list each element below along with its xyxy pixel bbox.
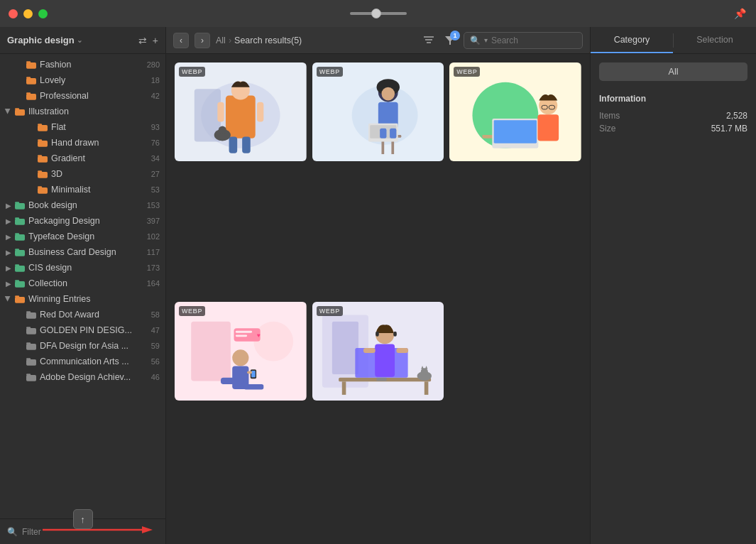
close-button[interactable] [9, 9, 18, 18]
sidebar-item-illustration[interactable]: ▶ Illustration [0, 104, 165, 119]
tab-selection[interactable]: Selection [674, 27, 756, 53]
svg-rect-2 [26, 78, 36, 85]
svg-rect-55 [217, 102, 224, 122]
sidebar-item-dfa-design[interactable]: DFA Design for Asia ... 59 [0, 338, 165, 354]
folder-icon [26, 59, 37, 70]
sort-button[interactable] [421, 33, 437, 48]
svg-point-88 [232, 349, 248, 366]
sidebar-item-3d[interactable]: 3D 27 [0, 166, 165, 182]
sidebar-item-flat[interactable]: Flat 93 [0, 119, 165, 135]
search-dropdown-icon[interactable]: 🔍 [470, 36, 481, 45]
folder-icon [26, 309, 37, 320]
sidebar-item-lovely[interactable]: Lovely 18 [0, 72, 165, 88]
search-input[interactable] [491, 36, 576, 45]
search-area: 🔍 ▾ [464, 32, 583, 49]
forward-button[interactable]: › [195, 33, 210, 48]
svg-rect-18 [15, 203, 25, 210]
sidebar-item-label: 3D [51, 169, 148, 179]
sidebar-item-count: 18 [151, 76, 160, 85]
folder-icon [37, 121, 48, 133]
zoom-slider[interactable] [350, 12, 407, 15]
sidebar-item-business-card-design[interactable]: ▶ Business Card Design 117 [0, 244, 165, 260]
sidebar-item-communication-arts[interactable]: Communication Arts ... 56 [0, 354, 165, 369]
panel-tabs: Category Selection [591, 27, 756, 54]
sidebar-item-book-design[interactable]: ▶ Book design 153 [0, 197, 165, 213]
all-button[interactable]: All [599, 62, 747, 81]
spacer [14, 59, 26, 70]
grid-item-1[interactable]: WEBP [175, 62, 307, 161]
sidebar-item-collection[interactable]: ▶ Collection 164 [0, 276, 165, 291]
sidebar-item-professional[interactable]: Professional 42 [0, 88, 165, 104]
sidebar-header: Graphic design ⌄ ⇄ + [0, 27, 165, 54]
pin-icon[interactable]: 📌 [734, 8, 746, 19]
format-badge: WEBP [454, 67, 480, 77]
sidebar-item-label: Business Card Design [28, 247, 144, 257]
sidebar-item-winning-entries[interactable]: ▶ Winning Entries [0, 291, 165, 307]
tab-category[interactable]: Category [591, 27, 673, 53]
folder-icon [26, 340, 37, 352]
upload-button[interactable]: ↑ [73, 509, 93, 529]
format-badge: WEBP [317, 306, 343, 316]
svg-rect-7 [15, 108, 19, 110]
sidebar-item-label: Gradient [51, 153, 148, 163]
grid-item-2[interactable]: WEBP [312, 62, 444, 161]
sidebar-item-packaging-design[interactable]: ▶ Packaging Design 397 [0, 213, 165, 229]
sidebar-title-text: Graphic design [7, 35, 75, 45]
spacer [14, 356, 26, 367]
maximize-button[interactable] [38, 9, 48, 18]
sidebar-item-minimalist[interactable]: Minimalist 53 [0, 182, 165, 197]
folder-icon [37, 184, 48, 195]
filter-button[interactable]: 1 [442, 33, 458, 48]
sidebar-item-label: Collection [28, 278, 144, 288]
folder-group-icon [14, 246, 26, 258]
svg-rect-56 [257, 102, 263, 122]
svg-rect-9 [38, 124, 42, 126]
sidebar-item-count: 117 [147, 248, 160, 256]
swap-button[interactable]: ⇄ [138, 35, 147, 46]
sidebar-footer: 🔍 Filter ↑ [0, 518, 165, 544]
svg-rect-110 [375, 344, 395, 376]
svg-rect-22 [15, 234, 25, 241]
sidebar-item-fashion[interactable]: Fashion 280 [0, 57, 165, 72]
svg-rect-20 [15, 219, 25, 225]
content-toolbar: ‹ › All › Search results(5) 1 [166, 27, 590, 54]
sidebar-item-count: 397 [147, 217, 160, 225]
sidebar-item-gradient[interactable]: Gradient 34 [0, 151, 165, 166]
minimize-button[interactable] [23, 9, 33, 18]
svg-rect-29 [15, 280, 19, 282]
svg-rect-108 [376, 332, 379, 337]
spacer [26, 153, 37, 164]
grid-item-3[interactable]: WEBP [449, 62, 581, 161]
svg-rect-71 [390, 129, 396, 138]
grid-item-4[interactable]: ♥ WEBP [175, 302, 307, 401]
sidebar-item-typeface-design[interactable]: ▶ Typeface Design 102 [0, 229, 165, 244]
sidebar-item-count: 93 [151, 123, 160, 131]
folder-group-icon [14, 278, 26, 289]
svg-rect-15 [38, 170, 42, 173]
svg-rect-97 [332, 322, 358, 374]
grid-item-5[interactable]: WEBP [312, 302, 444, 401]
sidebar-item-adobe-design[interactable]: Adobe Design Achiev... 46 [0, 369, 165, 385]
sidebar-item-red-dot-award[interactable]: Red Dot Award 58 [0, 307, 165, 322]
svg-rect-30 [15, 297, 25, 303]
breadcrumb-root[interactable]: All [216, 36, 226, 45]
back-button[interactable]: ‹ [173, 33, 189, 48]
sidebar-item-count: 27 [151, 170, 160, 178]
sidebar-item-label: Adobe Design Achiev... [40, 372, 148, 382]
svg-rect-111 [363, 348, 376, 353]
add-folder-button[interactable]: + [153, 35, 158, 46]
sidebar-item-label: Lovely [40, 75, 148, 85]
spacer [14, 90, 26, 102]
sidebar-item-cis-design[interactable]: ▶ CIS design 173 [0, 260, 165, 276]
folder-icon [26, 75, 37, 86]
sidebar-item-label: Book design [28, 200, 144, 210]
filter-badge: 1 [450, 31, 460, 40]
svg-rect-11 [38, 139, 42, 141]
folder-group-icon [14, 215, 26, 227]
sidebar-item-hand-drawn[interactable]: Hand drawn 76 [0, 135, 165, 151]
svg-rect-37 [26, 342, 31, 344]
expand-arrow-icon: ▶ [3, 200, 14, 211]
svg-rect-25 [15, 249, 19, 251]
sidebar-item-golden-pin[interactable]: GOLDEN PIN DESIG... 47 [0, 322, 165, 338]
svg-rect-99 [341, 381, 346, 395]
